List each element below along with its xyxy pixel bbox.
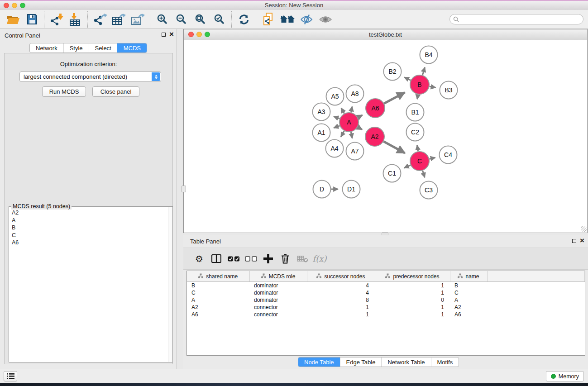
table-cell[interactable]: 8: [307, 296, 375, 304]
close-table-panel-icon[interactable]: ×: [580, 238, 584, 243]
export-network-icon[interactable]: [91, 11, 110, 28]
table-cell[interactable]: 1: [307, 311, 375, 318]
table-row[interactable]: Bdominator41B: [187, 282, 585, 290]
graph-edge-C-C3[interactable]: [423, 171, 425, 177]
graph-edge-A-A5[interactable]: [341, 108, 344, 114]
graph-edge-A2-C[interactable]: [383, 142, 405, 153]
zoom-fit-icon[interactable]: [191, 11, 210, 28]
delete-column-icon[interactable]: [277, 251, 294, 267]
table-settings-icon[interactable]: ⚙: [191, 251, 208, 267]
open-session-icon[interactable]: [4, 11, 23, 28]
birds-eye-view-icon[interactable]: [316, 11, 335, 28]
table-cell[interactable]: A: [450, 296, 487, 304]
column-header[interactable]: successor nodes: [307, 271, 375, 282]
graph-edge-B-B2[interactable]: [404, 77, 411, 81]
search-input[interactable]: [459, 16, 574, 23]
graph-edge-A-A3[interactable]: [334, 116, 339, 119]
node-table[interactable]: shared nameMCDS rolesuccessor nodesprede…: [186, 271, 585, 356]
tab-network[interactable]: Network: [30, 43, 63, 52]
network-graph[interactable]: B4B2BB3B1A5A8A6A3AA1C2A4A7A2C4CC1C3DD1: [184, 40, 587, 233]
delete-table-icon[interactable]: [294, 251, 311, 267]
tab-motifs[interactable]: Motifs: [431, 357, 459, 367]
graph-edge-B-B3[interactable]: [430, 86, 436, 88]
mcds-result-item[interactable]: A: [12, 217, 166, 224]
mcds-result-scrollbar[interactable]: [168, 207, 172, 362]
table-cell[interactable]: C: [450, 289, 487, 296]
column-header[interactable]: predecessor nodes: [375, 271, 450, 282]
float-table-panel-icon[interactable]: [572, 239, 576, 243]
column-header[interactable]: MCDS role: [249, 271, 307, 282]
zoom-out-icon[interactable]: [172, 11, 191, 28]
mcds-result-item[interactable]: A6: [12, 239, 166, 247]
memory-button[interactable]: Memory: [546, 371, 584, 381]
close-panel-button[interactable]: Close panel: [92, 86, 139, 97]
float-panel-icon[interactable]: [162, 33, 166, 37]
table-cell[interactable]: 1: [375, 282, 450, 290]
graph-edge-C-C1[interactable]: [404, 165, 411, 168]
network-canvas[interactable]: B4B2BB3B1A5A8A6A3AA1C2A4A7A2C4CC1C3DD1: [184, 40, 587, 233]
refresh-icon[interactable]: [234, 11, 253, 28]
graph-edge-C-C4[interactable]: [430, 157, 435, 159]
table-cell[interactable]: connector: [249, 311, 307, 318]
table-cell[interactable]: B: [187, 282, 249, 290]
import-network-icon[interactable]: [47, 11, 66, 28]
table-cell[interactable]: A6: [187, 311, 249, 318]
save-session-icon[interactable]: [23, 11, 42, 28]
table-cell[interactable]: 1: [375, 304, 450, 311]
mcds-result-item[interactable]: B: [12, 224, 166, 232]
mcds-result-item[interactable]: C: [12, 232, 166, 239]
table-row[interactable]: A6connector11A6: [187, 311, 585, 318]
table-cell[interactable]: C: [187, 289, 249, 296]
graph-edge-A-A7[interactable]: [351, 132, 352, 138]
zoom-selected-icon[interactable]: [210, 11, 229, 28]
table-cell[interactable]: 1: [307, 304, 375, 311]
mcds-result-list[interactable]: A2ABCA6: [10, 207, 168, 362]
task-history-icon[interactable]: [4, 371, 17, 381]
tab-style[interactable]: Style: [63, 43, 89, 52]
run-mcds-button[interactable]: Run MCDS: [42, 86, 86, 97]
table-cell[interactable]: 4: [307, 289, 375, 296]
graph-edge-B-B4[interactable]: [422, 67, 425, 75]
graph-edge-A-A2[interactable]: [358, 127, 362, 129]
table-cell[interactable]: B: [450, 282, 487, 290]
tab-mcds[interactable]: MCDS: [117, 43, 147, 52]
table-cell[interactable]: A: [187, 296, 249, 304]
export-image-icon[interactable]: [129, 11, 148, 28]
search-box[interactable]: [449, 14, 583, 24]
table-row[interactable]: Adominator80A: [187, 296, 585, 304]
graph-edge-A-A4[interactable]: [341, 131, 344, 137]
graph-edge-A-A1[interactable]: [334, 126, 339, 128]
hide-graphics-details-icon[interactable]: [297, 11, 316, 28]
table-row[interactable]: A2connector11A2: [187, 304, 585, 311]
tab-network-table[interactable]: Network Table: [381, 357, 430, 367]
tab-edge-table[interactable]: Edge Table: [340, 357, 382, 367]
table-cell[interactable]: connector: [249, 304, 307, 311]
mcds-result-item[interactable]: A2: [12, 209, 166, 217]
graph-edge-C-C2[interactable]: [417, 145, 418, 152]
table-cell[interactable]: A6: [450, 311, 487, 318]
table-cell[interactable]: 0: [375, 296, 450, 304]
tab-node-table[interactable]: Node Table: [298, 357, 340, 367]
table-cell[interactable]: A2: [187, 304, 249, 311]
column-header[interactable]: shared name: [187, 271, 249, 282]
table-cell[interactable]: 4: [307, 282, 375, 290]
select-all-checkboxes-icon[interactable]: [225, 251, 242, 267]
deselect-all-checkboxes-icon[interactable]: [242, 251, 259, 267]
optimization-criterion-select[interactable]: largest connected component (directed): [19, 71, 161, 82]
column-header[interactable]: name: [450, 271, 487, 282]
import-table-icon[interactable]: [66, 11, 85, 28]
table-cell[interactable]: dominator: [249, 289, 307, 296]
table-row[interactable]: Cdominator41C: [187, 289, 585, 296]
split-view-icon[interactable]: [208, 251, 225, 267]
table-cell[interactable]: dominator: [249, 282, 307, 290]
copy-current-view-icon[interactable]: [259, 11, 278, 28]
zoom-in-icon[interactable]: [153, 11, 172, 28]
graph-edge-A-A6[interactable]: [358, 115, 362, 117]
export-table-icon[interactable]: [110, 11, 129, 28]
table-cell[interactable]: 1: [375, 311, 450, 318]
function-builder-icon[interactable]: f(x): [311, 251, 328, 267]
graph-edge-A-A8[interactable]: [351, 107, 352, 113]
panel-splitter-grip[interactable]: [182, 186, 186, 192]
close-panel-icon[interactable]: ×: [169, 32, 174, 37]
graph-edge-B-B1[interactable]: [417, 95, 418, 100]
